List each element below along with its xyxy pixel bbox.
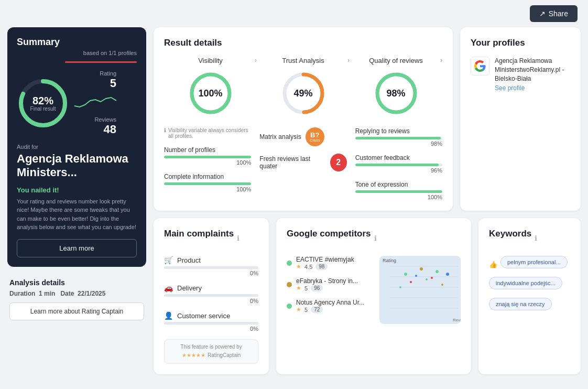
delivery-value: 0%: [164, 298, 258, 304]
powered-stars-name: ★★★★★ RatingCaptain: [169, 350, 254, 359]
thumb-icon-1: 👍: [489, 261, 497, 268]
keyword-tag-row-1: 👍 pelnym profesional...: [489, 256, 570, 273]
complaints-title: Main complaints: [164, 229, 234, 239]
detail-col-1: ℹ Visibility variable always considers a…: [164, 127, 251, 200]
right-content: Result details Visibility ›: [154, 27, 581, 374]
competitor-3-dot: [287, 304, 292, 309]
replying-value: 98%: [355, 141, 442, 147]
audit-for-label: Audit for: [17, 144, 137, 150]
keyword-tag-row-2: indywidualne podejśc...: [489, 277, 570, 294]
profiles-card: Your profiles Agencja Reklamowa Minister…: [460, 27, 581, 211]
reviews-label: Reviews: [74, 116, 116, 123]
keywords-card: Keywords ℹ 👍 pelnym profesional... indyw…: [478, 218, 581, 374]
replying-item: Replying to reviews 98%: [355, 127, 442, 147]
summary-title: Summary: [17, 37, 137, 48]
competitors-layout: EACTIVE #wiemyjak ★ 4.5 98: [287, 256, 461, 324]
svg-point-15: [435, 270, 439, 273]
keywords-title: Keywords: [489, 229, 531, 239]
matrix-item: Matrix analysis B? Class: [259, 127, 346, 146]
trust-label: Trust Analysis: [257, 57, 350, 64]
summary-card: Summary based on 1/1 profiles 82% Final …: [7, 27, 146, 267]
quality-chevron[interactable]: ›: [440, 57, 442, 64]
detail-col-3: Replying to reviews 98% Customer feedbac…: [355, 127, 442, 200]
svg-point-19: [441, 284, 443, 286]
complaint-delivery-header: 🚗 Delivery: [164, 284, 258, 292]
rating-2: 5: [304, 285, 308, 291]
share-label: Share: [549, 9, 568, 18]
keyword-1[interactable]: pelnym profesional...: [500, 256, 568, 268]
svg-point-18: [415, 275, 417, 277]
complete-info: Complete information 100%: [164, 173, 251, 192]
competitors-list: EACTIVE #wiemyjak ★ 4.5 98: [287, 256, 371, 324]
visibility-note: ℹ Visibility variable always considers a…: [164, 127, 251, 139]
product-icon: 🛒: [164, 256, 173, 264]
info-icon-note: ℹ: [164, 127, 166, 133]
delivery-icon: 🚗: [164, 284, 173, 292]
fresh-item: Fresh reviews last quater 2: [259, 154, 346, 171]
visibility-donut: 100%: [187, 70, 234, 117]
share-button[interactable]: ↗ Share: [530, 5, 578, 22]
final-result-circle: 82% Final result: [17, 77, 69, 129]
circle-text: 82% Final result: [30, 95, 56, 112]
profiles-title: Your profiles: [471, 38, 570, 48]
complaint-delivery: 🚗 Delivery 0%: [164, 284, 258, 304]
complaints-card: Main complaints ℹ 🛒 Product 0% 🚗: [154, 218, 269, 374]
profile-entry: Agencja Reklamowa MinisterstwoReklamy.pl…: [471, 57, 570, 92]
competitor-2-stats: ★ 5 96: [296, 285, 358, 291]
cs-value: 0%: [164, 326, 258, 332]
svg-point-14: [420, 267, 423, 271]
feedback-value: 96%: [355, 167, 442, 174]
star-icon-2: ★: [296, 285, 301, 291]
fresh-label: Fresh reviews last quater: [259, 155, 325, 170]
visibility-label: Visibility: [164, 57, 257, 64]
quality-metric: Quality of reviews › 98%: [350, 57, 442, 117]
svg-point-16: [410, 281, 412, 283]
delivery-label: Delivery: [177, 284, 202, 292]
matrix-label: Matrix analysis: [259, 133, 301, 141]
competitor-3-name: Notus Agency Anna Ur...: [296, 299, 364, 306]
rating-1: 4.5: [304, 264, 312, 270]
competitor-3-info: Notus Agency Anna Ur... ★ 5 72: [296, 299, 364, 313]
competitor-1-stats: ★ 4.5 98: [296, 263, 354, 270]
feedback-item: Customer feedback 96%: [355, 154, 442, 174]
final-percent: 82%: [30, 95, 56, 106]
profiles-value: 100%: [164, 159, 251, 166]
summary-stats: Rating 5 Reviews 48: [74, 70, 116, 136]
result-details-card: Result details Visibility ›: [154, 27, 453, 211]
complete-label: Complete information: [164, 173, 251, 180]
rc-name: RatingCaptain: [208, 352, 241, 358]
rating-label: Rating: [74, 70, 116, 77]
keyword-3[interactable]: znają się na rzeczy: [489, 298, 552, 310]
rating-captain-button[interactable]: Learn more about Rating Captain: [9, 302, 144, 320]
trust-donut: 49%: [280, 70, 327, 117]
keyword-2[interactable]: indywidualne podejśc...: [489, 277, 562, 289]
b-badge-letter: B?: [310, 132, 319, 138]
see-profile-link[interactable]: See profile: [495, 84, 525, 92]
competitor-2-dot: [287, 282, 292, 287]
powered-by-box: This feature is powered by ★★★★★ RatingC…: [164, 339, 258, 364]
nailed-it-text: You nailed it!: [17, 186, 137, 194]
final-label: Final result: [30, 106, 56, 112]
summary-main-section: 82% Final result Rating 5 Reviews 48: [17, 70, 137, 136]
profiles-label: Number of profiles: [164, 146, 251, 154]
tone-label: Tone of expression: [355, 181, 442, 188]
bottom-row: Main complaints ℹ 🛒 Product 0% 🚗: [154, 218, 581, 374]
complaint-product-header: 🛒 Product: [164, 256, 258, 264]
competitor-1-info: EACTIVE #wiemyjak ★ 4.5 98: [296, 256, 354, 270]
complaint-product: 🛒 Product 0%: [164, 256, 258, 276]
complaints-title-row: Main complaints ℹ: [164, 229, 258, 247]
rating-3: 5: [304, 307, 308, 313]
competitor-2-info: eFabryka - Strony in... ★ 5 96: [296, 277, 358, 291]
date-value: 22/1/2025: [78, 290, 105, 297]
rating-stat: Rating 5: [74, 70, 116, 90]
competitors-card: Google competitors ℹ EACTIVE #wiemyjak ★…: [276, 218, 471, 374]
competitors-title: Google competitors: [287, 229, 371, 239]
keywords-info-icon: ℹ: [535, 234, 537, 242]
top-row: Result details Visibility ›: [154, 27, 581, 211]
detail-col-2: Matrix analysis B? Class Fresh reviews l…: [259, 127, 346, 200]
duration-value: 1 min: [39, 290, 55, 297]
svg-point-17: [426, 278, 428, 280]
cs-icon: 👤: [164, 311, 173, 320]
learn-more-button[interactable]: Learn more: [17, 239, 137, 257]
quality-value: 98%: [386, 88, 405, 99]
